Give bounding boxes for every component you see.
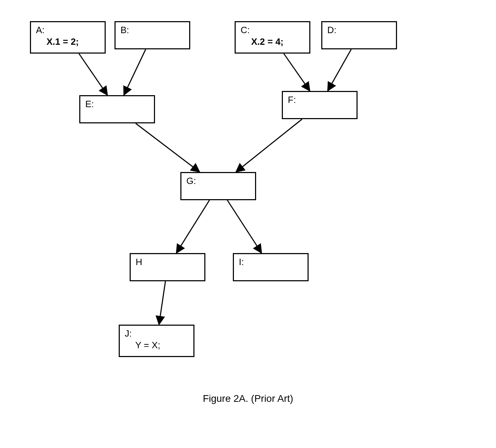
edge-b-e bbox=[124, 49, 146, 95]
node-label: A: bbox=[36, 25, 45, 35]
node-g: G: bbox=[180, 172, 256, 200]
edge-f-g bbox=[236, 119, 302, 172]
node-a: A:X.1 = 2; bbox=[30, 21, 106, 54]
node-h: H bbox=[130, 253, 205, 281]
edge-a-e bbox=[79, 54, 107, 95]
edge-c-f bbox=[284, 54, 310, 91]
node-body: X.2 = 4; bbox=[241, 36, 306, 48]
node-label: B: bbox=[120, 25, 129, 35]
edge-d-f bbox=[328, 49, 351, 91]
node-body: Y = X; bbox=[125, 339, 190, 351]
node-j: J:Y = X; bbox=[119, 325, 194, 357]
edges-layer bbox=[0, 0, 496, 448]
node-b: B: bbox=[114, 21, 190, 49]
edge-g-h bbox=[176, 200, 210, 253]
node-label: I: bbox=[239, 257, 244, 267]
node-body: X.1 = 2; bbox=[36, 36, 101, 48]
figure-caption: Figure 2A. (Prior Art) bbox=[0, 393, 496, 404]
node-label: E: bbox=[85, 99, 94, 109]
node-d: D: bbox=[321, 21, 397, 49]
edge-h-j bbox=[159, 281, 165, 325]
edge-g-i bbox=[227, 200, 261, 253]
node-label: F: bbox=[288, 94, 296, 105]
node-c: C:X.2 = 4; bbox=[235, 21, 310, 54]
node-label: D: bbox=[327, 25, 336, 35]
node-label: C: bbox=[241, 25, 250, 35]
node-label: J: bbox=[125, 328, 132, 339]
node-i: I: bbox=[233, 253, 309, 281]
node-e: E: bbox=[79, 95, 155, 123]
node-label: G: bbox=[186, 176, 196, 186]
edge-e-g bbox=[136, 123, 200, 172]
diagram-stage: A:X.1 = 2;B:C:X.2 = 4;D:E:F:G:HI:J:Y = X… bbox=[0, 0, 496, 448]
node-label: H bbox=[136, 257, 142, 267]
node-f: F: bbox=[282, 91, 358, 119]
